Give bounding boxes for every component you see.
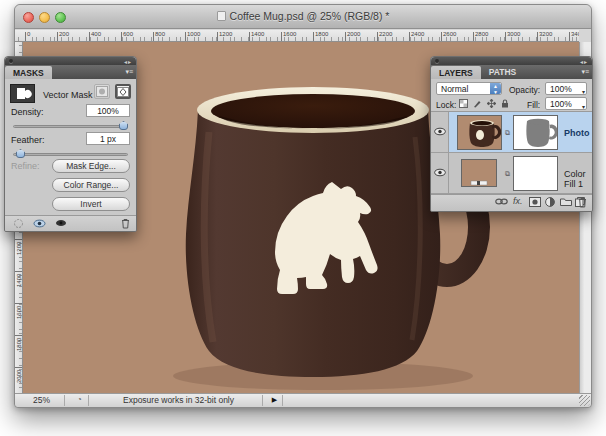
- lock-all-padlock-icon[interactable]: [501, 99, 509, 108]
- status-options-icon[interactable]: ◔: [71, 395, 89, 406]
- ruler-tick-label: 3000: [507, 31, 520, 37]
- collapse-arrows-icon[interactable]: ◂▸: [124, 58, 132, 65]
- load-selection-icon[interactable]: [13, 218, 24, 229]
- layers-panel-footer: fx.: [431, 194, 592, 211]
- delete-mask-trash-icon[interactable]: [121, 218, 130, 229]
- ruler-tick-label: 1400: [16, 274, 22, 287]
- status-message: Exposure works in 32-bit only: [95, 395, 263, 406]
- layer-name[interactable]: Photo: [564, 128, 590, 138]
- masks-panel-dragbar[interactable]: ◂▸: [5, 57, 136, 65]
- layer-name[interactable]: Color Fill 1: [564, 169, 592, 189]
- color-fill-thumbnail[interactable]: [461, 159, 497, 187]
- ruler-tick-label: 800: [155, 31, 165, 37]
- tab-paths[interactable]: PATHS: [481, 65, 525, 79]
- ruler-tick-label: 2000: [16, 370, 22, 383]
- document-proxy-icon: [217, 11, 226, 21]
- panel-menu-icon[interactable]: ▾≡: [125, 68, 133, 76]
- layers-tab-bar: LAYERS PATHS ▾≡: [431, 65, 592, 79]
- fill-label: Fill:: [527, 100, 540, 110]
- add-layer-mask-icon[interactable]: [529, 197, 541, 207]
- lock-label: Lock:: [436, 100, 456, 110]
- color-range-button[interactable]: Color Range...: [52, 178, 130, 192]
- opacity-field[interactable]: 100%▾: [545, 82, 587, 95]
- ruler-tick-label: 400: [91, 31, 101, 37]
- photo-layer-thumbnail[interactable]: [457, 115, 502, 150]
- ruler-tick-label: 1400: [251, 31, 264, 37]
- panel-dot-icon: [435, 59, 439, 63]
- vector-mask-thumbnail-photo[interactable]: [513, 115, 558, 150]
- zoom-level-field[interactable]: 25%: [19, 395, 65, 406]
- adjustment-layer-icon[interactable]: [545, 197, 555, 207]
- layer-row-photo[interactable]: ⧉ Photo: [431, 112, 592, 153]
- status-menu-arrow[interactable]: ▶: [267, 395, 283, 406]
- feather-value-field[interactable]: 1 px: [86, 132, 130, 145]
- ruler-tick-label: 0: [27, 31, 30, 37]
- ruler-tick-label: 3200: [539, 31, 552, 37]
- link-mask-icon: ⧉: [505, 129, 510, 137]
- add-vector-mask-icon[interactable]: [115, 84, 131, 99]
- ruler-tick-label: 1200: [219, 31, 232, 37]
- panel-dot-icon: [9, 59, 13, 63]
- density-slider[interactable]: [13, 125, 128, 128]
- mask-edge-button[interactable]: Mask Edge...: [52, 159, 130, 173]
- delete-layer-trash-icon[interactable]: [578, 197, 587, 208]
- add-pixel-mask-icon[interactable]: [94, 84, 110, 99]
- feather-slider-thumb[interactable]: [16, 149, 25, 158]
- density-label: Density:: [11, 107, 44, 117]
- ruler-tick-label: 3400: [571, 31, 579, 37]
- layer-row-color-fill[interactable]: ⧉ Color Fill 1: [431, 153, 592, 194]
- masks-panel: ◂▸ MASKS ▾≡ Vector Mask Density: 100% Fe…: [4, 56, 137, 232]
- density-slider-thumb[interactable]: [119, 121, 128, 130]
- ruler-tick-label: 1800: [16, 338, 22, 351]
- lock-position-icon[interactable]: [487, 99, 496, 108]
- apply-mask-icon[interactable]: [33, 218, 46, 229]
- opacity-label: Opacity:: [509, 85, 540, 95]
- collapse-arrows-icon[interactable]: ◂▸: [580, 58, 588, 65]
- window-title: Coffee Mug.psd @ 25% (RGB/8) *: [15, 10, 591, 22]
- ruler-tick-label: 2600: [443, 31, 456, 37]
- tab-layers[interactable]: LAYERS: [431, 66, 481, 79]
- ruler-tick-label: 600: [123, 31, 133, 37]
- link-mask-icon: ⧉: [505, 170, 510, 178]
- ruler-tick-label: 2800: [475, 31, 488, 37]
- density-value-field[interactable]: 100%: [86, 104, 130, 117]
- ruler-tick-label: 2000: [347, 31, 360, 37]
- layer-style-fx-icon[interactable]: fx.: [513, 196, 523, 206]
- ruler-tick-label: 1600: [283, 31, 296, 37]
- ruler-tick-label: 1200: [16, 242, 22, 255]
- status-bar: 25% ◔ Exposure works in 32-bit only ▶: [15, 393, 591, 407]
- layer-mask-thumbnail-white[interactable]: [513, 156, 558, 191]
- mask-type-label: Vector Mask: [43, 90, 93, 100]
- ruler-tick-label: 2200: [379, 31, 392, 37]
- layers-list: ⧉ Photo ⧉: [431, 111, 592, 193]
- ruler-tick-label: 1800: [315, 31, 328, 37]
- eye-cell[interactable]: [431, 153, 449, 193]
- masks-panel-footer: [5, 215, 136, 231]
- vector-mask-thumbnail[interactable]: [10, 84, 35, 103]
- blend-mode-dropdown[interactable]: Normal ▲▼: [436, 82, 502, 95]
- stepper-icon: ▲▼: [490, 83, 501, 94]
- tab-masks[interactable]: MASKS: [5, 66, 52, 79]
- link-layers-icon[interactable]: [495, 197, 508, 206]
- invert-button[interactable]: Invert: [52, 197, 130, 211]
- masks-tab-bar: MASKS ▾≡: [5, 65, 136, 79]
- new-group-folder-icon[interactable]: [560, 197, 572, 206]
- title-bar[interactable]: Coffee Mug.psd @ 25% (RGB/8) *: [15, 5, 591, 29]
- panel-menu-icon[interactable]: ▾≡: [581, 68, 589, 76]
- feather-label: Feather:: [11, 135, 45, 145]
- ruler-tick-label: 1600: [16, 306, 22, 319]
- resize-grip[interactable]: [579, 395, 590, 406]
- ruler-tick-label: 2400: [411, 31, 424, 37]
- refine-label: Refine:: [11, 161, 40, 171]
- disable-mask-eye-icon[interactable]: [55, 218, 67, 228]
- fill-field[interactable]: 100%▾: [545, 97, 587, 110]
- layers-panel: ◂▸ LAYERS PATHS ▾≡ Normal ▲▼ Opacity: 10…: [430, 56, 593, 212]
- layers-panel-dragbar[interactable]: ◂▸: [431, 57, 592, 65]
- lock-paint-brush-icon[interactable]: [473, 99, 482, 108]
- ruler-tick-label: 1000: [187, 31, 200, 37]
- eye-cell[interactable]: [431, 112, 449, 152]
- horizontal-ruler: 0200400600800100012001400160018002000220…: [15, 30, 579, 42]
- lock-transparency-icon[interactable]: [459, 99, 468, 108]
- feather-slider[interactable]: [13, 153, 128, 156]
- ruler-tick-label: 200: [59, 31, 69, 37]
